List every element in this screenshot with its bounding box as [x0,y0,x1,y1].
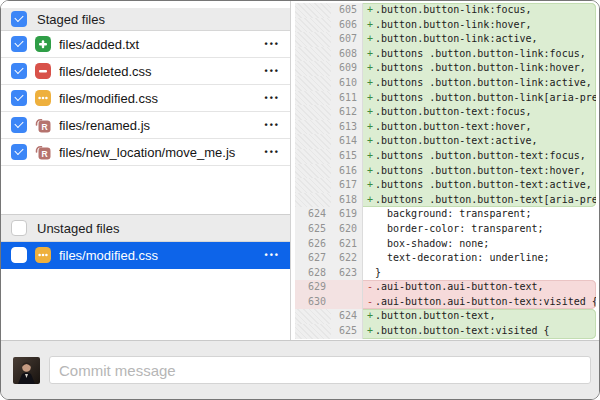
file-row[interactable]: R files/new_location/move_me.js ••• [1,139,290,166]
file-menu-button[interactable]: ••• [265,147,280,157]
diff-line: 626 621 box-shadow: none; [291,237,599,252]
unstaged-toggle-checkbox[interactable] [11,220,27,236]
diff-code: -.aui-button.aui-button-text:visited { [363,295,596,310]
diff-text: .aui-button.aui-button-text, [375,281,544,292]
diff-view: 605 +.button.button-link:focus, 606 +.bu… [291,1,599,344]
git-client-window: Staged files files/added.txt ••• files/d… [0,0,600,400]
file-checkbox[interactable] [11,63,27,79]
diff-code: +.button.button-text:active, [363,134,596,149]
file-row[interactable]: R files/renamed.js ••• [1,112,290,139]
file-name: files/renamed.js [59,118,257,133]
diff-code: +.button.button-text:visited { [363,324,596,339]
diff-code: +.button.button-text:hover, [363,120,596,135]
new-line-number: 608 [331,47,362,62]
new-line-number: 620 [331,222,362,237]
old-line-number: 628 [295,266,331,281]
diff-code: +.buttons .button.button-link:active, [363,76,596,91]
added-icon [35,36,51,52]
file-name: files/modified.css [59,91,257,106]
file-row[interactable]: files/added.txt ••• [1,31,290,58]
diff-code: +.buttons .button.button-text:active, [363,178,596,193]
diff-prefix: + [363,32,375,47]
new-line-number: 612 [331,105,362,120]
diff-prefix: + [363,120,375,135]
diff-line: 607 +.button.button-link:active, [291,32,599,47]
file-row[interactable]: files/deleted.css ••• [1,58,290,85]
diff-text: text-decoration: underline; [375,252,550,263]
diff-line: 605 +.button.button-link:focus, [291,3,599,18]
staged-toggle-checkbox[interactable] [11,11,27,27]
file-menu-button[interactable]: ••• [265,93,280,103]
file-menu-button[interactable]: ••• [265,66,280,76]
section-gap [1,166,290,214]
diff-line: 606 +.button.button-link:hover, [291,18,599,33]
diff-text: .button.button-text:hover, [375,121,532,132]
file-checkbox[interactable] [11,36,27,52]
diff-prefix: + [363,76,375,91]
unstaged-file-list: files/modified.css ••• [1,242,290,269]
diff-code: +.button.button-link:active, [363,32,596,47]
diff-line: 608 +.buttons .button.button-link:focus, [291,47,599,62]
diff-text: .buttons .button.button-text:hover, [375,165,586,176]
diff-prefix: + [363,193,375,208]
diff-code: -.aui-button.aui-button-text, [363,280,596,295]
diff-line: 610 +.buttons .button.button-link:active… [291,76,599,91]
diff-text: .buttons .button.button-text:active, [375,179,592,190]
old-line-number: 627 [295,251,331,266]
diff-line: 629 -.aui-button.aui-button-text, [291,280,599,295]
diff-text: .buttons .button.button-text:focus, [375,150,586,161]
old-line-number [295,120,331,135]
new-line-number: 613 [331,120,362,135]
diff-prefix: + [363,61,375,76]
old-line-number [295,32,331,47]
commit-message-input[interactable] [49,356,591,384]
diff-text: .button.button-text, [375,310,495,321]
old-line-number [295,76,331,91]
staged-file-list: files/added.txt ••• files/deleted.css ••… [1,31,290,166]
diff-prefix: + [363,105,375,120]
file-checkbox[interactable] [11,90,27,106]
unstaged-section-header: Unstaged files [1,214,290,242]
file-row[interactable]: files/modified.css ••• [1,85,290,112]
diff-prefix: + [363,164,375,179]
old-line-number [295,193,331,208]
new-line-number: 609 [331,61,362,76]
old-line-number: 629 [295,280,331,295]
old-line-number: 624 [295,207,331,222]
diff-code: box-shadow: none; [363,237,599,252]
new-line-number: 616 [331,164,362,179]
diff-code: +.buttons .button.button-link:hover, [363,61,596,76]
diff-code: text-decoration: underline; [363,251,599,266]
new-line-number: 605 [331,3,362,18]
diff-line: 625 620 border-color: transparent; [291,222,599,237]
diff-prefix: + [363,3,375,18]
file-menu-button[interactable]: ••• [265,250,280,260]
old-line-number: 626 [295,237,331,252]
diff-line: 615 +.buttons .button.button-text:focus, [291,149,599,164]
new-line-number: 619 [331,207,362,222]
new-line-number: 621 [331,237,362,252]
diff-code: +.buttons .button.button-text[aria-press… [363,193,596,208]
staged-section-header: Staged files [1,8,290,31]
old-line-number [295,18,331,33]
diff-text: .button.button-text:focus, [375,106,532,117]
file-checkbox[interactable] [11,117,27,133]
new-line-number: 625 [331,324,362,339]
diff-prefix: + [363,149,375,164]
old-line-number [295,134,331,149]
new-line-number: 614 [331,134,362,149]
diff-line: 618 +.buttons .button.button-text[aria-p… [291,193,599,208]
diff-code: +.button.button-link:focus, [363,3,596,18]
diff-code: background: transparent; [363,207,599,222]
old-line-number [295,309,331,324]
file-row[interactable]: files/modified.css ••• [1,242,290,269]
old-line-number [295,47,331,62]
file-checkbox[interactable] [11,247,27,263]
diff-line: 617 +.buttons .button.button-text:active… [291,178,599,193]
file-checkbox[interactable] [11,144,27,160]
old-line-number [295,324,331,339]
diff-text: .buttons .button.button-link:hover, [375,62,586,73]
file-menu-button[interactable]: ••• [265,120,280,130]
file-menu-button[interactable]: ••• [265,39,280,49]
diff-code: +.button.button-text:focus, [363,105,596,120]
